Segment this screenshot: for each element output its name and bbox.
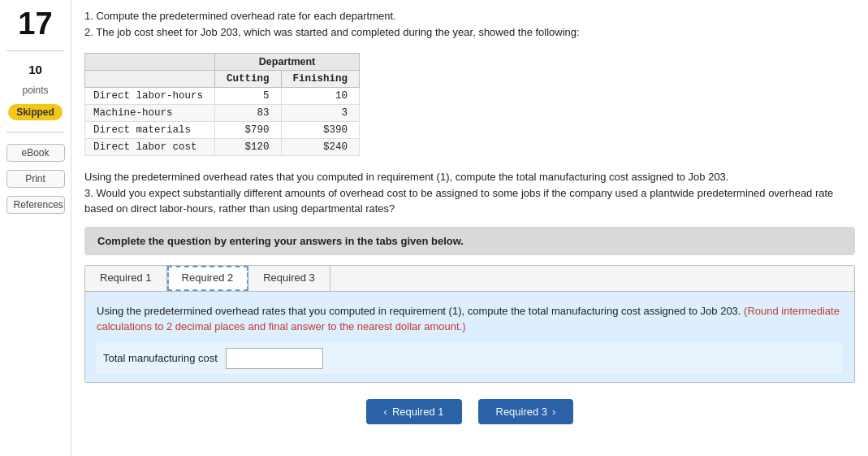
intro-text: 1. Compute the predetermined overhead ra… (84, 8, 855, 40)
main-content: 1. Compute the predetermined overhead ra… (71, 0, 868, 456)
row-col1: 5 (215, 88, 282, 105)
tab-required2[interactable]: Required 2 (167, 266, 249, 291)
row-label: Machine-hours (85, 105, 215, 122)
print-button[interactable]: Print (6, 170, 65, 188)
tab-content-normal: Using the predetermined overhead rates t… (97, 305, 744, 317)
question-number: 17 (18, 8, 52, 39)
row-col2: $390 (281, 122, 360, 139)
answer-label: Total manufacturing cost (103, 350, 218, 367)
table-row: Machine-hours 83 3 (85, 105, 360, 122)
tab-required3[interactable]: Required 3 (248, 266, 330, 291)
complete-box: Complete the question by entering your a… (84, 227, 855, 255)
table-container: Department Cutting Finishing Direct labo… (84, 46, 855, 163)
intro-line2: 2. The job cost sheet for Job 203, which… (84, 24, 855, 41)
row-label: Direct labor-hours (85, 88, 215, 105)
references-button[interactable]: References (6, 196, 65, 214)
forward-button[interactable]: Required 3 › (478, 399, 574, 424)
col1-header: Cutting (215, 71, 282, 88)
question-line1: Using the predetermined overhead rates t… (84, 171, 728, 183)
table-row: Direct labor cost $120 $240 (85, 139, 360, 156)
question-line2: 3. Would you expect substantially differ… (84, 187, 833, 215)
ebook-button[interactable]: eBook (6, 144, 65, 162)
row-col2: 10 (281, 88, 360, 105)
sidebar: 17 10 points Skipped eBook Print Referen… (0, 0, 71, 456)
row-label: Direct labor cost (85, 139, 215, 156)
intro-line1: 1. Compute the predetermined overhead ra… (84, 8, 855, 24)
forward-label: Required 3 (496, 406, 548, 418)
col2-header: Finishing (281, 71, 360, 88)
table-row: Direct materials $790 $390 (85, 122, 360, 139)
divider (6, 50, 64, 51)
row-col1: 83 (215, 105, 282, 122)
back-button[interactable]: ‹ Required 1 (366, 399, 462, 424)
row-col2: 3 (281, 105, 360, 122)
answer-row: Total manufacturing cost (97, 343, 843, 374)
back-chevron: ‹ (384, 406, 387, 418)
nav-buttons: ‹ Required 1 Required 3 › (84, 399, 855, 431)
department-table: Department Cutting Finishing Direct labo… (84, 53, 360, 156)
row-col2: $240 (281, 139, 360, 156)
row-label: Direct materials (85, 122, 215, 139)
points-label: points (22, 85, 48, 96)
tab-required1[interactable]: Required 1 (85, 266, 167, 291)
dept-header: Department (215, 54, 360, 71)
back-label: Required 1 (392, 406, 444, 418)
divider2 (6, 132, 64, 132)
tabs-row: Required 1 Required 2 Required 3 (85, 266, 854, 292)
row-col1: $790 (215, 122, 282, 139)
tabs-area: Required 1 Required 2 Required 3 Using t… (84, 265, 855, 383)
question-body: Using the predetermined overhead rates t… (84, 169, 855, 217)
points-value: 10 (28, 63, 42, 76)
skipped-badge: Skipped (8, 104, 63, 120)
forward-chevron: › (552, 406, 555, 418)
table-row: Direct labor-hours 5 10 (85, 88, 360, 105)
total-manufacturing-cost-input[interactable] (226, 348, 323, 369)
row-col1: $120 (215, 139, 282, 156)
tab-content: Using the predetermined overhead rates t… (85, 292, 854, 382)
